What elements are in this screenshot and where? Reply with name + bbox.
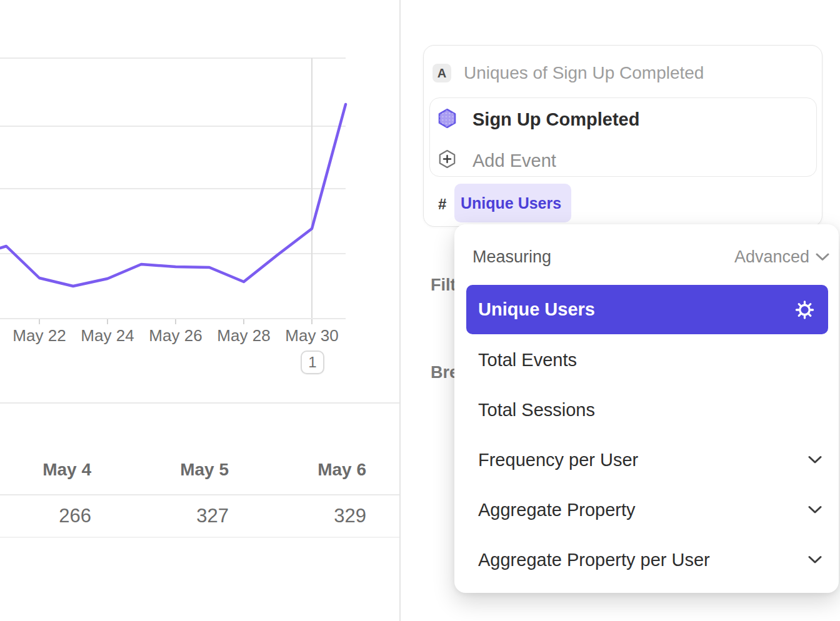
chevron-down-icon <box>808 456 822 464</box>
gear-icon[interactable] <box>795 300 814 319</box>
summary-table: May 4May 5May 6 266327329 <box>0 402 399 538</box>
table-column-header: May 4 <box>0 460 91 480</box>
menu-header: Measuring Advanced <box>454 224 839 285</box>
x-axis-tick-label: May 26 <box>149 326 202 345</box>
table-column-header: May 5 <box>91 460 229 480</box>
table-value-cell: 327 <box>91 505 229 527</box>
chevron-down-icon <box>808 506 822 514</box>
table-value-cell: 266 <box>0 505 91 527</box>
measurement-dropdown-button[interactable]: Unique Users <box>454 184 571 222</box>
x-axis-tick-label: May 28 <box>217 326 270 345</box>
insights-screen: May 22May 24May 26May 28May 30 1 May 4Ma… <box>0 0 840 621</box>
summary-table-header-row: May 4May 5May 6 <box>0 404 399 494</box>
add-event-icon <box>439 150 456 171</box>
table-value-cell: 329 <box>229 505 366 527</box>
advanced-mode-select[interactable]: Advanced <box>734 247 829 267</box>
menu-item-label: Frequency per User <box>454 450 638 470</box>
query-builder-card: A Uniques of Sign Up Completed Sign Up C… <box>423 45 822 227</box>
summary-table-value-row: 266327329 <box>0 494 399 538</box>
events-card: Sign Up Completed Add Event <box>429 97 817 177</box>
measurement-dropdown-menu: Measuring Advanced Unique UsersTotal Eve… <box>454 224 839 593</box>
chart-panel: May 22May 24May 26May 28May 30 1 May 4Ma… <box>0 0 401 621</box>
table-column-header: May 6 <box>229 460 366 480</box>
line-chart[interactable]: May 22May 24May 26May 28May 30 1 <box>0 0 399 394</box>
measurement-value: Unique Users <box>461 194 561 212</box>
menu-item-aggregate-property[interactable]: Aggregate Property <box>454 485 839 535</box>
menu-item-total-sessions[interactable]: Total Sessions <box>454 385 839 435</box>
chevron-down-icon <box>816 253 829 261</box>
x-axis-tick-label: May 30 <box>285 326 338 345</box>
measurement-hash-symbol: # <box>438 196 446 213</box>
annotation-badge-1[interactable]: 1 <box>301 350 324 374</box>
menu-item-frequency-per-user[interactable]: Frequency per User <box>454 435 839 485</box>
add-event-button[interactable]: Add Event <box>472 151 556 171</box>
menu-item-label: Unique Users <box>466 299 595 320</box>
menu-item-label: Total Events <box>454 350 577 370</box>
menu-item-label: Aggregate Property per User <box>454 550 710 570</box>
filters-section-label: Filt <box>431 276 456 295</box>
event-selector[interactable]: Sign Up Completed <box>472 109 639 130</box>
measuring-label: Measuring <box>472 247 551 267</box>
menu-item-total-events[interactable]: Total Events <box>454 335 839 385</box>
advanced-mode-value: Advanced <box>734 247 809 267</box>
series-a-badge[interactable]: A <box>432 64 451 82</box>
event-hexagon-icon <box>438 109 456 131</box>
x-axis-tick-label: May 22 <box>12 326 66 345</box>
menu-items: Unique UsersTotal EventsTotal SessionsFr… <box>454 285 839 585</box>
x-axis-tick-label: May 24 <box>81 326 134 345</box>
menu-item-label: Aggregate Property <box>454 500 635 520</box>
chevron-down-icon <box>808 556 822 564</box>
menu-item-label: Total Sessions <box>454 400 595 420</box>
menu-item-aggregate-property-per-user[interactable]: Aggregate Property per User <box>454 535 839 585</box>
query-title: Uniques of Sign Up Completed <box>464 63 704 83</box>
menu-item-unique-users[interactable]: Unique Users <box>466 285 828 334</box>
